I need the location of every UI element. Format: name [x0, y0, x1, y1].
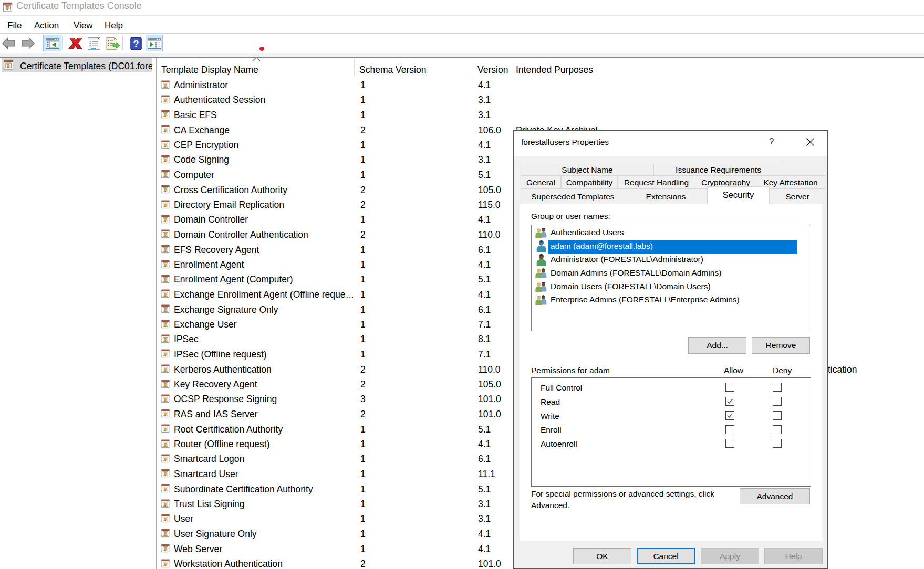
svg-text:?: ? — [133, 39, 139, 49]
